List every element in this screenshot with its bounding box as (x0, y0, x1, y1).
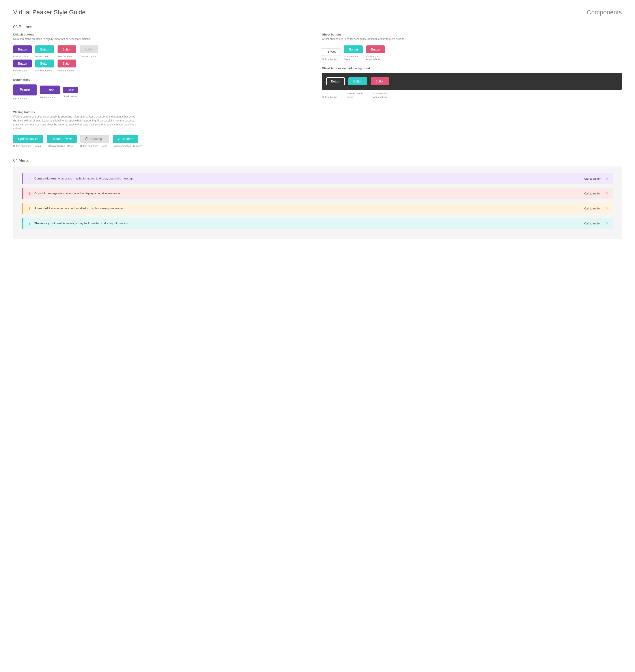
waiting-buttons-subtitle: Waiting buttons (13, 110, 622, 114)
alert-info-text: The more you know! A message may be form… (35, 221, 582, 225)
outline-warning-button[interactable]: Button (366, 45, 385, 53)
normal-button[interactable]: Button (13, 45, 32, 53)
alert-warning: ! Attention! A message may be formatted … (22, 202, 613, 214)
default-buttons-row2: Button Default button Button Positive ac… (13, 60, 313, 72)
btn-group-pressed: Button Pressed state (58, 45, 76, 58)
btn-group-warning: Button Warning button (58, 60, 76, 72)
success-icon: ✓ (27, 177, 32, 181)
animation-normal-button[interactable]: Update Device (13, 135, 43, 143)
buttons-section-title: 03 Buttons (13, 25, 622, 29)
alerts-container: ✓ Congratulations! A message may be form… (13, 167, 622, 239)
dark-btn-group-outline: Button (326, 78, 345, 85)
outline-button-label: Outline button (322, 58, 337, 60)
btn-group-positive: Button Positive actions (35, 60, 54, 72)
animation-updating-button: Updating... (80, 135, 109, 143)
ghost-buttons-subtitle: Ghost buttons (322, 33, 622, 36)
button-sizes-row: Button Large button Button Medium button… (13, 84, 313, 100)
warning-button-label: Warning button (58, 69, 74, 72)
outline-hover-button[interactable]: Button (344, 45, 363, 53)
btn-group-small: Button Small button (63, 87, 78, 98)
normal-button-label: Normal button (13, 55, 28, 58)
btn-group-disabled: Button Disabled button (80, 45, 98, 58)
dark-btn-group-hover: Button (348, 78, 367, 85)
waiting-buttons-section: Waiting buttons Waiting buttons are used… (13, 110, 622, 147)
btn-group-large: Button Large button (13, 84, 37, 100)
alert-info-strong: The more you know! (35, 222, 62, 225)
disabled-button-label: Disabled button (80, 55, 96, 58)
alert-info: i The more you know! A message may be fo… (22, 218, 613, 229)
alert-error-close[interactable]: ✕ (606, 191, 609, 196)
alert-info-message: A message may be formatted to display in… (63, 222, 129, 225)
animation-normal-label: Button animation - Normal (13, 145, 41, 147)
positive-button[interactable]: Button (35, 60, 54, 67)
waiting-buttons-row: Update Device Button animation - Normal … (13, 135, 622, 147)
btn-group-default: Button Default button (13, 60, 32, 72)
default-buttons-desc: Default buttons are used to signify impo… (13, 37, 313, 41)
alert-error-action[interactable]: Call to Action (584, 192, 601, 195)
btn-group-outline: Button Outline button (322, 48, 341, 60)
hover-button[interactable]: Button (35, 45, 54, 53)
large-button-label: Large button (13, 97, 27, 100)
spinner-icon (85, 137, 88, 140)
outline-warning-button-label: Outline buttonwarning hover (366, 55, 381, 60)
pressed-button[interactable]: Button (58, 45, 76, 53)
alert-error-message: A message may be formatted to display a … (43, 192, 121, 195)
alert-info-close[interactable]: ✕ (606, 221, 609, 225)
default-button[interactable]: Button (13, 60, 32, 67)
ghost-dark-container: Button Button Button Outline button Outl… (322, 73, 622, 99)
animation-success-button[interactable]: ✔Updated (113, 135, 138, 143)
warning-button[interactable]: Button (58, 60, 76, 67)
dark-button-labels-row: Outline button Outline buttonhover Outli… (322, 91, 622, 99)
info-icon: i (27, 222, 32, 225)
alerts-section-title: 04 Alerts (13, 158, 622, 163)
page-section-label: Components (587, 9, 622, 16)
ghost-buttons-col: Ghost buttons Ghost buttons are used for… (322, 33, 622, 102)
btn-group-medium: Button Medium button (40, 86, 60, 99)
dark-btn-group-warning: Button (371, 78, 389, 85)
alert-success-close[interactable]: ✕ (606, 177, 609, 181)
btn-group-anim-updating: Updating... Button animation - Hover (80, 135, 109, 147)
alert-success: ✓ Congratulations! A message may be form… (22, 173, 613, 184)
hover-button-label: Hover state (35, 55, 48, 58)
error-icon: ⊘ (27, 191, 32, 196)
alerts-section: 04 Alerts ✓ Congratulations! A message m… (13, 158, 622, 239)
warning-icon: ! (27, 206, 32, 211)
alert-success-message: A message may be formatted to display a … (58, 177, 134, 180)
default-buttons-subtitle: Default buttons (13, 33, 313, 36)
dark-outline-label-wrapper: Outline button (322, 95, 348, 99)
alert-info-action[interactable]: Call to Action (584, 222, 601, 225)
ghost-buttons-row: Button Outline button Button Outline but… (322, 45, 622, 60)
dark-warning-button[interactable]: Button (371, 78, 389, 85)
btn-group-hover: Button Hover state (35, 45, 54, 58)
dark-warning-label-wrapper: Outline buttonwarning hover (373, 91, 399, 99)
animation-success-label: Button animation - Success (113, 145, 142, 147)
ghost-dark-subtitle: Ghost buttons on dark background (322, 67, 622, 70)
default-buttons-row1: Button Normal button Button Hover state … (13, 45, 313, 58)
outline-button[interactable]: Button (322, 48, 341, 56)
btn-group-outline-warning: Button Outline buttonwarning hover (366, 45, 385, 60)
medium-button-label: Medium button (40, 96, 56, 99)
dark-hover-button[interactable]: Button (348, 78, 367, 85)
alert-warning-action[interactable]: Call to Action (584, 207, 601, 210)
animation-hover-label: Button animation - Hover (47, 145, 74, 147)
small-button-label: Small button (63, 95, 77, 98)
alert-warning-strong: Attention! (35, 207, 48, 210)
page-title: Virtual Peaker Style Guide (13, 9, 86, 16)
medium-button[interactable]: Button (40, 86, 60, 94)
small-button[interactable]: Button (63, 87, 78, 93)
outline-hover-button-label: Outline buttonhover (344, 55, 359, 60)
default-button-label: Default button (13, 69, 28, 72)
positive-button-label: Positive actions (35, 69, 52, 72)
dark-outline-button[interactable]: Button (326, 78, 345, 85)
button-sizes-subtitle: Button sizes (13, 78, 313, 81)
large-button[interactable]: Button (13, 84, 37, 95)
animation-updating-label: Button animation - Hover (80, 145, 107, 147)
btn-group-anim-normal: Update Device Button animation - Normal (13, 135, 43, 147)
alert-success-action[interactable]: Call to Action (584, 177, 601, 180)
alert-success-text: Congratulations! A message may be format… (35, 177, 582, 180)
btn-group-outline-hover: Button Outline buttonhover (344, 45, 363, 60)
animation-hover-button[interactable]: Update Device (47, 135, 77, 143)
dark-hover-label: Outline buttonhover (348, 92, 363, 98)
alert-warning-close[interactable]: ✕ (606, 207, 609, 211)
alert-success-strong: Congratulations! (35, 177, 57, 180)
